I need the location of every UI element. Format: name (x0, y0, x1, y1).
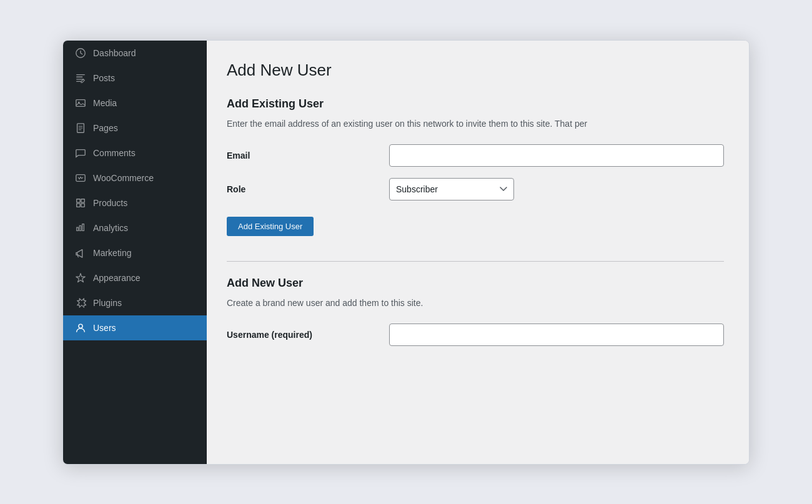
add-existing-user-desc: Enter the email address of an existing u… (227, 117, 724, 131)
sidebar-label-pages: Pages (93, 123, 118, 133)
marketing-icon (74, 247, 87, 259)
section-divider (227, 261, 724, 262)
sidebar-label-woocommerce: WooCommerce (93, 173, 154, 183)
svg-rect-1 (76, 99, 85, 106)
add-new-user-section: Add New User Create a brand new user and… (227, 277, 724, 346)
sidebar-item-pages[interactable]: Pages (63, 116, 207, 141)
pages-icon (74, 122, 87, 134)
add-existing-user-section: Add Existing User Enter the email addres… (227, 97, 724, 241)
dashboard-icon (74, 47, 87, 59)
email-label: Email (227, 151, 389, 161)
add-new-user-title: Add New User (227, 277, 724, 290)
sidebar-item-users[interactable]: Users (63, 315, 207, 340)
sidebar-label-products: Products (93, 198, 127, 208)
svg-rect-7 (77, 203, 80, 206)
add-existing-user-title: Add Existing User (227, 97, 724, 111)
svg-rect-4 (76, 174, 85, 181)
sidebar-label-dashboard: Dashboard (93, 48, 136, 58)
main-content: Add New User Add Existing User Enter the… (207, 41, 749, 464)
analytics-icon (74, 222, 87, 234)
sidebar: Dashboard Posts Media Pages Comments (63, 41, 207, 464)
sidebar-label-users: Users (93, 323, 116, 333)
username-input[interactable] (389, 324, 724, 346)
sidebar-item-marketing[interactable]: Marketing (63, 240, 207, 265)
users-icon (74, 322, 87, 334)
page-title: Add New User (227, 61, 724, 80)
svg-rect-5 (77, 199, 80, 202)
products-icon (74, 197, 87, 209)
sidebar-label-marketing: Marketing (93, 248, 131, 258)
username-row: Username (required) (227, 324, 724, 346)
role-row: Role Subscriber Contributor Author Edito… (227, 178, 724, 200)
sidebar-label-comments: Comments (93, 148, 136, 158)
sidebar-item-appearance[interactable]: Appearance (63, 265, 207, 290)
add-new-user-desc: Create a brand new user and add them to … (227, 296, 724, 310)
username-label: Username (required) (227, 330, 389, 340)
sidebar-item-woocommerce[interactable]: WooCommerce (63, 166, 207, 190)
sidebar-label-posts: Posts (93, 73, 115, 83)
sidebar-item-products[interactable]: Products (63, 190, 207, 215)
role-select[interactable]: Subscriber Contributor Author Editor Adm… (389, 178, 514, 200)
svg-point-9 (79, 324, 82, 328)
sidebar-label-plugins: Plugins (93, 298, 122, 308)
add-existing-user-button[interactable]: Add Existing User (227, 217, 314, 236)
role-label: Role (227, 184, 389, 194)
sidebar-item-media[interactable]: Media (63, 91, 207, 116)
media-icon (74, 97, 87, 109)
woocommerce-icon (74, 172, 87, 184)
sidebar-item-comments[interactable]: Comments (63, 141, 207, 166)
svg-rect-6 (81, 199, 84, 202)
svg-rect-8 (81, 203, 84, 206)
sidebar-item-dashboard[interactable]: Dashboard (63, 41, 207, 66)
comments-icon (74, 147, 87, 159)
sidebar-item-posts[interactable]: Posts (63, 66, 207, 91)
plugins-icon (74, 297, 87, 309)
posts-icon (74, 72, 87, 84)
sidebar-label-analytics: Analytics (93, 223, 128, 233)
sidebar-item-plugins[interactable]: Plugins (63, 290, 207, 315)
sidebar-label-media: Media (93, 98, 117, 108)
appearance-icon (74, 272, 87, 284)
email-row: Email (227, 144, 724, 167)
email-input[interactable] (389, 144, 724, 167)
sidebar-item-analytics[interactable]: Analytics (63, 215, 207, 240)
app-window: Dashboard Posts Media Pages Comments (62, 40, 750, 465)
sidebar-label-appearance: Appearance (93, 273, 141, 283)
